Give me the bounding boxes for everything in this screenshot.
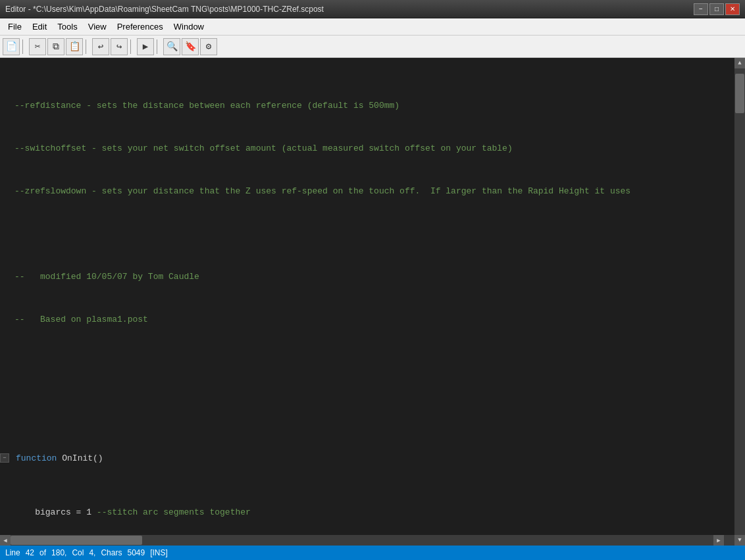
line-item [0, 229, 734, 240]
status-total-lines: 180, [51, 548, 66, 557]
status-col-label: Col [72, 548, 84, 557]
status-col-num: 4, [89, 548, 95, 557]
redo-button[interactable]: ↪ [111, 38, 128, 55]
close-button[interactable]: ✕ [725, 3, 740, 15]
vertical-scrollbar[interactable]: ▲ ▼ [734, 58, 745, 546]
line-item [0, 400, 734, 411]
menu-preferences[interactable]: Preferences [112, 20, 168, 34]
code-scroll[interactable]: --refdistance - sets the distance betwee… [0, 58, 734, 535]
search-button[interactable]: 🔍 [163, 38, 180, 55]
window-controls: − □ ✕ [694, 3, 740, 15]
status-line-num: 42 [26, 548, 34, 557]
paste-button[interactable]: 📋 [66, 38, 83, 55]
editor-container: --refdistance - sets the distance betwee… [0, 58, 745, 546]
sep3 [130, 39, 134, 54]
line-item [0, 357, 734, 368]
line-item: -- modified 10/05/07 by Tom Caudle [0, 272, 734, 282]
line-item: --zrefslowdown - sets your distance that… [0, 186, 734, 197]
code-content: --refdistance - sets the distance betwee… [0, 58, 734, 535]
function-oninit-line: − function OnInit() [0, 453, 734, 464]
status-line-label: Line [5, 548, 20, 557]
run-button[interactable]: ▶ [137, 38, 154, 55]
menu-file[interactable]: File [3, 20, 27, 34]
menu-edit[interactable]: Edit [27, 20, 52, 34]
sep2 [86, 39, 90, 54]
scroll-corner [724, 535, 734, 546]
menu-view[interactable]: View [83, 20, 112, 34]
new-button[interactable]: 📄 [3, 38, 20, 55]
code-area: --refdistance - sets the distance betwee… [0, 58, 734, 546]
scroll-up-button[interactable]: ▲ [734, 58, 745, 68]
minimize-button[interactable]: − [694, 3, 708, 15]
status-bar: Line 42 of 180, Col 4, Chars 5049 [INS] [0, 546, 745, 560]
line-item: -- Based on plasma1.post [0, 315, 734, 325]
line-item: --switchoffset - sets your net switch of… [0, 143, 734, 154]
status-of: of [39, 548, 46, 557]
v-scroll-thumb[interactable] [735, 74, 744, 113]
window-title: Editor - *C:\Users\Kim\AppData\Roaming\S… [5, 5, 694, 14]
sep1 [22, 39, 26, 54]
fold-oninit[interactable]: − [0, 453, 9, 463]
toolbar: 📄 ✂ ⧉ 📋 ↩ ↪ ▶ 🔍 🔖 ⚙ [0, 36, 745, 58]
status-mode: [INS] [150, 548, 168, 557]
copy-button[interactable]: ⧉ [47, 38, 64, 55]
menu-tools[interactable]: Tools [52, 20, 82, 34]
status-chars-label: Chars [101, 548, 122, 557]
scroll-left-button[interactable]: ◀ [0, 535, 11, 546]
scrollbar-row: ◀ ▶ [0, 535, 734, 546]
v-scroll-track[interactable] [735, 68, 744, 535]
debug-button[interactable]: ⚙ [200, 38, 217, 55]
menu-window[interactable]: Window [168, 20, 209, 34]
bookmark-button[interactable]: 🔖 [182, 38, 199, 55]
cut-button[interactable]: ✂ [29, 38, 46, 55]
h-scroll-track[interactable] [11, 536, 713, 545]
scroll-down-button[interactable]: ▼ [734, 535, 745, 546]
title-bar: Editor - *C:\Users\Kim\AppData\Roaming\S… [0, 0, 745, 18]
line-item: bigarcs = 1 --stitch arc segments togeth… [0, 507, 734, 518]
h-scroll-thumb[interactable] [11, 536, 142, 545]
status-char-count: 5049 [127, 548, 145, 557]
sep4 [157, 39, 161, 54]
line-item: --refdistance - sets the distance betwee… [0, 101, 734, 111]
menu-bar: File Edit Tools View Preferences Window [0, 18, 745, 36]
horizontal-scrollbar[interactable]: ◀ ▶ [0, 535, 724, 546]
maximize-button[interactable]: □ [709, 3, 724, 15]
scroll-right-button[interactable]: ▶ [713, 535, 724, 546]
undo-button[interactable]: ↩ [92, 38, 109, 55]
